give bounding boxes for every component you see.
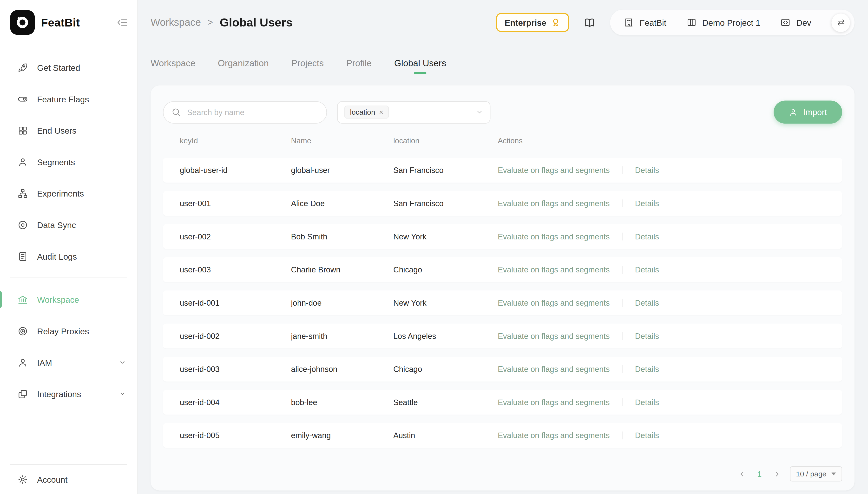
toolbar: location × Import (163, 101, 842, 124)
sidebar-item-label: Segments (37, 157, 75, 167)
enterprise-button[interactable]: Enterprise (496, 13, 570, 32)
tab-workspace[interactable]: Workspace (151, 59, 195, 69)
search-icon (171, 108, 181, 117)
tab-profile[interactable]: Profile (346, 59, 372, 69)
cell-actions: Evaluate on flags and segments Details (498, 199, 842, 208)
user-icon (17, 357, 28, 367)
table-row: global-user-id global-user San Francisco… (163, 158, 842, 183)
sidebar-item-label: Workspace (37, 294, 79, 304)
cell-keyid: user-002 (180, 232, 291, 241)
table-row: user-id-004 bob-lee Seattle Evaluate on … (163, 390, 842, 415)
document-icon (17, 251, 28, 262)
evaluate-link[interactable]: Evaluate on flags and segments (498, 232, 610, 241)
cell-location: Chicago (393, 265, 498, 274)
details-link[interactable]: Details (635, 199, 659, 208)
page-title: Global Users (220, 16, 292, 29)
evaluate-link[interactable]: Evaluate on flags and segments (498, 199, 610, 208)
cell-keyid: global-user-id (180, 166, 291, 175)
tab-projects[interactable]: Projects (291, 59, 324, 69)
evaluate-link[interactable]: Evaluate on flags and segments (498, 331, 610, 340)
column-header-actions: Actions (498, 136, 842, 145)
environment-switcher[interactable]: Dev (780, 17, 811, 27)
cell-name: emily-wang (291, 431, 393, 440)
remove-tag-icon[interactable]: × (379, 108, 383, 116)
evaluate-link[interactable]: Evaluate on flags and segments (498, 365, 610, 374)
enterprise-label: Enterprise (505, 18, 546, 27)
page-size-select[interactable]: 10 / page (790, 466, 842, 481)
details-link[interactable]: Details (635, 365, 659, 374)
docs-book-icon[interactable] (584, 17, 596, 28)
bank-icon (17, 294, 28, 305)
featbit-logo (10, 10, 35, 35)
sidebar-item-iam[interactable]: IAM (0, 347, 137, 378)
target-icon (17, 326, 28, 336)
next-page-icon[interactable] (773, 470, 781, 478)
cell-actions: Evaluate on flags and segments Details (498, 431, 842, 440)
details-link[interactable]: Details (635, 431, 659, 440)
evaluate-link[interactable]: Evaluate on flags and segments (498, 265, 610, 274)
sidebar-item-label: IAM (37, 358, 52, 367)
cell-location: Los Angeles (393, 331, 498, 340)
sidebar-item-integrations[interactable]: Integrations (0, 378, 137, 410)
sidebar-item-label: Experiments (37, 189, 84, 198)
search-input[interactable] (186, 107, 319, 117)
property-filter-select[interactable]: location × (337, 101, 490, 123)
sidebar-item-data-sync[interactable]: Data Sync (0, 209, 137, 241)
cell-name: alice-johnson (291, 365, 393, 374)
environment-name: Dev (796, 18, 811, 27)
sidebar-item-label: Relay Proxies (37, 326, 89, 336)
sidebar-item-get-started[interactable]: Get Started (0, 52, 137, 83)
main-content: Workspace > Global Users Enterprise (138, 0, 868, 494)
table-row: user-id-005 emily-wang Austin Evaluate o… (163, 423, 842, 448)
evaluate-link[interactable]: Evaluate on flags and segments (498, 398, 610, 407)
import-button[interactable]: Import (774, 101, 842, 124)
caret-down-icon (831, 473, 836, 475)
cell-actions: Evaluate on flags and segments Details (498, 398, 842, 407)
sidebar-item-account[interactable]: Account (0, 464, 137, 494)
evaluate-link[interactable]: Evaluate on flags and segments (498, 431, 610, 440)
sidebar-item-workspace[interactable]: Workspace (0, 284, 137, 315)
details-link[interactable]: Details (635, 232, 659, 241)
collapse-sidebar-icon[interactable] (117, 17, 128, 28)
details-link[interactable]: Details (635, 166, 659, 175)
gear-icon (17, 474, 28, 484)
table-row: user-002 Bob Smith New York Evaluate on … (163, 224, 842, 249)
action-divider (622, 431, 622, 439)
sidebar-item-experiments[interactable]: Experiments (0, 177, 137, 209)
app-root: FeatBit Get Started (0, 0, 868, 494)
prev-page-icon[interactable] (738, 470, 746, 478)
tab-global-users[interactable]: Global Users (394, 59, 446, 69)
details-link[interactable]: Details (635, 398, 659, 407)
sidebar-item-feature-flags[interactable]: Feature Flags (0, 83, 137, 115)
cell-name: jane-smith (291, 331, 393, 340)
details-link[interactable]: Details (635, 299, 659, 307)
tab-organization[interactable]: Organization (218, 59, 269, 69)
cell-location: Austin (393, 431, 498, 440)
swap-icon (836, 18, 845, 27)
sidebar-item-label: Integrations (37, 389, 81, 399)
sidebar-item-label: Feature Flags (37, 94, 89, 104)
cell-name: bob-lee (291, 398, 393, 407)
sidebar-item-end-users[interactable]: End Users (0, 115, 137, 146)
global-users-card: location × Import (151, 86, 854, 491)
context-switcher-bar: FeatBit Demo Project 1 (610, 10, 854, 35)
evaluate-link[interactable]: Evaluate on flags and segments (498, 166, 610, 175)
topbar-right: Enterprise (496, 10, 854, 35)
action-divider (622, 299, 622, 307)
org-switcher[interactable]: FeatBit (624, 17, 666, 27)
import-user-icon (789, 108, 798, 117)
sidebar-item-segments[interactable]: Segments (0, 146, 137, 177)
details-link[interactable]: Details (635, 331, 659, 340)
breadcrumb-root[interactable]: Workspace (151, 17, 201, 28)
evaluate-link[interactable]: Evaluate on flags and segments (498, 299, 610, 307)
sidebar-item-audit-logs[interactable]: Audit Logs (0, 240, 137, 272)
switch-context-button[interactable] (831, 13, 850, 32)
table-row: user-id-002 jane-smith Los Angeles Evalu… (163, 324, 842, 348)
column-header-name: Name (291, 136, 393, 145)
project-switcher[interactable]: Demo Project 1 (687, 17, 760, 27)
details-link[interactable]: Details (635, 265, 659, 274)
sidebar-footer: Account (0, 464, 137, 494)
page-number-current[interactable]: 1 (755, 470, 764, 478)
cell-location: Chicago (393, 365, 498, 374)
sidebar-item-relay-proxies[interactable]: Relay Proxies (0, 315, 137, 347)
